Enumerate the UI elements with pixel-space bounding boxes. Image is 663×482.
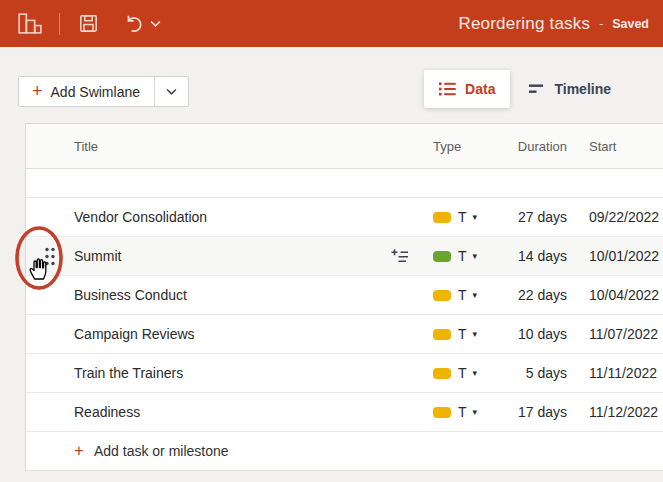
chevron-down-icon: ▾ bbox=[473, 212, 478, 222]
drag-handle-icon[interactable] bbox=[43, 246, 57, 267]
task-type-swatch bbox=[433, 290, 451, 301]
swimlane-spacer-row bbox=[26, 169, 663, 198]
task-type-dropdown[interactable]: T ▾ bbox=[433, 209, 513, 225]
table-row[interactable]: Vendor Consolidation T ▾ 27 days 09/22/2… bbox=[26, 198, 663, 237]
add-task-label: Add task or milestone bbox=[94, 443, 229, 459]
add-task-or-milestone-button[interactable]: + Add task or milestone bbox=[26, 432, 663, 471]
add-swimlane-split-button: + Add Swimlane bbox=[18, 76, 189, 107]
task-title[interactable]: Summit bbox=[74, 248, 121, 264]
grid-header-row: Title Type Duration Start bbox=[26, 124, 663, 169]
tab-timeline-label: Timeline bbox=[554, 81, 611, 97]
task-type-dropdown[interactable]: T ▾ bbox=[433, 248, 513, 264]
task-type-swatch bbox=[433, 212, 451, 223]
task-type-label: T bbox=[458, 287, 467, 303]
task-type-label: T bbox=[458, 404, 467, 420]
table-row-summit[interactable]: Summit T ▾ 14 days 10/01/2022 bbox=[26, 237, 663, 276]
plus-icon: + bbox=[74, 442, 84, 459]
task-type-label: T bbox=[458, 365, 467, 381]
task-title[interactable]: Business Conduct bbox=[74, 287, 187, 303]
tab-data[interactable]: Data bbox=[424, 70, 510, 108]
list-icon bbox=[439, 81, 456, 97]
task-title[interactable]: Campaign Reviews bbox=[74, 326, 195, 342]
task-type-dropdown[interactable]: T ▾ bbox=[433, 404, 513, 420]
task-duration[interactable]: 5 days bbox=[513, 365, 583, 381]
task-type-dropdown[interactable]: T ▾ bbox=[433, 326, 513, 342]
task-grid: Title Type Duration Start Vendor Consoli… bbox=[25, 123, 663, 471]
task-title[interactable]: Vendor Consolidation bbox=[74, 209, 207, 225]
add-swimlane-button[interactable]: + Add Swimlane bbox=[19, 77, 155, 106]
task-start-date[interactable]: 11/12/2022 bbox=[583, 404, 663, 420]
task-duration[interactable]: 14 days bbox=[513, 248, 583, 264]
chevron-down-icon: ▾ bbox=[473, 290, 478, 300]
chevron-down-icon bbox=[166, 88, 177, 96]
task-start-date[interactable]: 09/22/2022 bbox=[583, 209, 663, 225]
tab-data-label: Data bbox=[465, 81, 495, 97]
task-title[interactable]: Train the Trainers bbox=[74, 365, 183, 381]
task-type-label: T bbox=[458, 248, 467, 264]
task-type-label: T bbox=[458, 209, 467, 225]
undo-icon[interactable] bbox=[123, 13, 144, 34]
column-header-duration[interactable]: Duration bbox=[513, 139, 583, 154]
task-start-date[interactable]: 11/07/2022 bbox=[583, 326, 663, 342]
timeline-bars-icon bbox=[528, 82, 545, 96]
table-row[interactable]: Campaign Reviews T ▾ 10 days 11/07/2022 bbox=[26, 315, 663, 354]
title-separator: - bbox=[599, 17, 603, 31]
table-row[interactable]: Train the Trainers T ▾ 5 days 11/11/2022 bbox=[26, 354, 663, 393]
chevron-down-icon: ▾ bbox=[473, 329, 478, 339]
task-type-label: T bbox=[458, 326, 467, 342]
add-swimlane-label: Add Swimlane bbox=[51, 84, 141, 100]
save-icon[interactable] bbox=[78, 13, 99, 34]
tab-timeline[interactable]: Timeline bbox=[522, 70, 617, 108]
task-start-date[interactable]: 10/04/2022 bbox=[583, 287, 663, 303]
view-switcher: Data Timeline bbox=[424, 70, 617, 108]
chevron-down-icon: ▾ bbox=[473, 251, 478, 261]
column-header-start[interactable]: Start bbox=[583, 139, 663, 154]
add-swimlane-dropdown-button[interactable] bbox=[155, 77, 188, 106]
column-header-title[interactable]: Title bbox=[74, 139, 433, 154]
task-start-date[interactable]: 11/11/2022 bbox=[583, 365, 663, 381]
task-type-dropdown[interactable]: T ▾ bbox=[433, 287, 513, 303]
task-type-swatch bbox=[433, 407, 451, 418]
task-type-dropdown[interactable]: T ▾ bbox=[433, 365, 513, 381]
column-header-type[interactable]: Type bbox=[433, 139, 513, 154]
table-row[interactable]: Business Conduct T ▾ 22 days 10/04/2022 bbox=[26, 276, 663, 315]
chevron-down-icon: ▾ bbox=[473, 368, 478, 378]
app-header: Reordering tasks - Saved bbox=[0, 0, 663, 47]
task-type-swatch bbox=[433, 368, 451, 379]
table-row[interactable]: Readiness T ▾ 17 days 11/12/2022 bbox=[26, 393, 663, 432]
save-status-badge: Saved bbox=[612, 17, 649, 31]
add-subtask-icon[interactable] bbox=[390, 248, 409, 264]
task-start-date[interactable]: 10/01/2022 bbox=[583, 248, 663, 264]
task-type-swatch bbox=[433, 251, 451, 262]
document-title: Reordering tasks bbox=[458, 14, 590, 34]
task-duration[interactable]: 17 days bbox=[513, 404, 583, 420]
task-duration[interactable]: 10 days bbox=[513, 326, 583, 342]
app-logo-swimlane-icon[interactable] bbox=[16, 10, 43, 37]
plus-icon: + bbox=[32, 82, 43, 100]
task-type-swatch bbox=[433, 329, 451, 340]
toolbar-divider bbox=[59, 13, 60, 35]
task-duration[interactable]: 27 days bbox=[513, 209, 583, 225]
chevron-down-icon: ▾ bbox=[473, 407, 478, 417]
task-title[interactable]: Readiness bbox=[74, 404, 140, 420]
undo-dropdown-chevron-icon[interactable] bbox=[150, 20, 161, 28]
task-duration[interactable]: 22 days bbox=[513, 287, 583, 303]
